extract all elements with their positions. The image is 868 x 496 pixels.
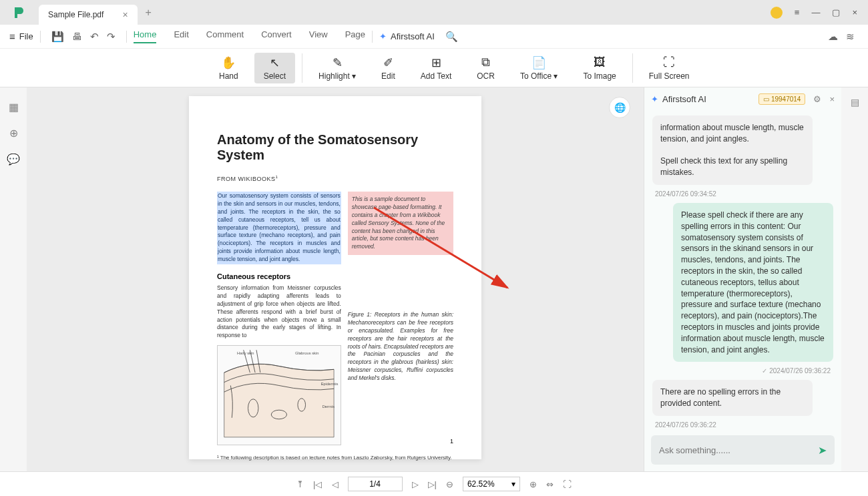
scroll-top-icon[interactable]: ⤒ (296, 479, 304, 489)
first-page-icon[interactable]: |◁ (313, 479, 322, 489)
tab-page[interactable]: Page (345, 29, 365, 43)
user-message: Please spell check if there are any spel… (673, 203, 833, 362)
ai-message: information about muscle length, muscle … (652, 115, 813, 185)
titlebar: Sample File.pdf × + ≡ — ▢ × (0, 0, 868, 25)
to-office-tool[interactable]: 📄To Office ▾ (511, 53, 567, 83)
more-icon[interactable]: ≋ (846, 31, 855, 43)
redo-icon[interactable]: ↷ (107, 31, 116, 43)
save-icon[interactable]: 💾 (51, 31, 64, 43)
ai-panel-title: Afirstsoft AI (662, 94, 706, 104)
figure-caption: Figure 1: Receptors in the human skin: M… (348, 311, 453, 383)
subheading: Cutaneous receptors (217, 272, 453, 280)
footnote: ¹ The following description is based on … (217, 455, 453, 461)
thumbnails-icon[interactable]: ▦ (9, 101, 19, 113)
highlighted-text[interactable]: Our somatosensory system consists of sen… (217, 192, 341, 264)
file-menu[interactable]: ≡File (9, 31, 33, 42)
ai-brand-button[interactable]: ✦Afirstsoft AI (379, 31, 435, 41)
ai-panel-header: ✦ Afirstsoft AI ▭ 19947014 ⚙ × (644, 87, 841, 110)
page-input[interactable] (348, 477, 403, 491)
body-paragraph: Sensory information from Meissner corpus… (217, 284, 341, 340)
svg-text:Epidermis: Epidermis (321, 383, 339, 387)
right-rail: ▤ (841, 87, 868, 471)
timestamp: 2024/07/26 09:36:22 (762, 367, 831, 375)
undo-icon[interactable]: ↶ (90, 31, 99, 43)
toolbar: ✋Hand ↖Select ✎Highlight ▾ ✐Edit ⊞Add Te… (0, 49, 868, 87)
zoom-select[interactable]: 62.52%▾ (463, 477, 520, 491)
hand-tool[interactable]: ✋Hand (210, 53, 248, 83)
tab-home[interactable]: Home (134, 29, 157, 43)
menu-tabs: Home Edit Comment Convert View Page (134, 29, 365, 43)
ai-panel: ✦ Afirstsoft AI ▭ 19947014 ⚙ × informati… (644, 87, 841, 471)
properties-icon[interactable]: ▤ (851, 97, 859, 107)
comments-icon[interactable]: 💬 (7, 153, 20, 166)
svg-text:Glabrous skin: Glabrous skin (295, 351, 318, 355)
zoom-in-icon[interactable]: ⊕ (529, 479, 537, 489)
figure-illustration: Hairy skin Glabrous skin Epidermis Dermi… (217, 345, 341, 445)
app-logo (9, 3, 29, 23)
sparkle-icon: ✦ (651, 94, 658, 104)
ai-message: There are no spelling errors in the prov… (652, 380, 813, 416)
bookmark-icon[interactable]: ⊕ (9, 127, 18, 140)
cloud-icon[interactable]: ☁ (828, 31, 838, 43)
fit-page-icon[interactable]: ⛶ (563, 479, 572, 489)
ai-conversation[interactable]: information about muscle length, muscle … (644, 110, 841, 431)
tab-comment[interactable]: Comment (206, 29, 244, 43)
timestamp: 2024/07/26 09:34:52 (655, 190, 831, 198)
add-text-tool[interactable]: ⊞Add Text (411, 53, 461, 83)
tab-view[interactable]: View (309, 29, 328, 43)
credits-badge[interactable]: ▭ 19947014 (758, 93, 805, 105)
tab-convert[interactable]: Convert (261, 29, 292, 43)
last-page-icon[interactable]: ▷| (428, 479, 437, 489)
select-tool[interactable]: ↖Select (254, 53, 295, 83)
left-rail: ▦ ⊕ 💬 (0, 87, 27, 471)
timestamp: 2024/07/26 09:36:22 (655, 421, 831, 429)
fullscreen-tool[interactable]: ⛶Full Screen (640, 53, 699, 83)
search-icon[interactable]: 🔍 (445, 31, 458, 43)
doc-title: Anatomy of the Somatosensory System (217, 132, 453, 163)
page-number: 1 (450, 438, 453, 445)
edit-tool[interactable]: ✐Edit (372, 53, 405, 83)
ai-text-input[interactable] (659, 445, 818, 455)
maximize-icon[interactable]: ▢ (832, 7, 840, 17)
tab-edit[interactable]: Edit (174, 29, 188, 43)
ocr-tool[interactable]: ⧉OCR (467, 53, 504, 83)
hamburger-icon[interactable]: ≡ (795, 7, 800, 17)
tab-close-icon[interactable]: × (122, 9, 128, 20)
zoom-out-icon[interactable]: ⊖ (446, 479, 453, 489)
svg-text:Hairy skin: Hairy skin (237, 351, 254, 355)
user-avatar[interactable] (771, 7, 783, 19)
doc-source: FROM WIKIBOOKS1 (217, 175, 453, 182)
send-icon[interactable]: ➤ (818, 444, 827, 457)
document-viewport[interactable]: Anatomy of the Somatosensory System FROM… (27, 87, 644, 471)
new-tab-button[interactable]: + (146, 7, 152, 19)
prev-page-icon[interactable]: ◁ (332, 479, 339, 489)
menubar: ≡File 💾 🖶 ↶ ↷ Home Edit Comment Convert … (0, 25, 868, 49)
next-page-icon[interactable]: ▷ (412, 479, 419, 489)
settings-icon[interactable]: ⚙ (813, 94, 821, 104)
close-icon[interactable]: × (852, 7, 857, 17)
fit-width-icon[interactable]: ⇔ (546, 479, 554, 489)
tab-title: Sample File.pdf (48, 10, 103, 19)
note-box: This is a sample document to showcase pa… (348, 192, 453, 255)
ai-input-box[interactable]: ➤ (651, 435, 835, 465)
minimize-icon[interactable]: — (811, 7, 820, 17)
highlight-tool[interactable]: ✎Highlight ▾ (309, 53, 365, 83)
svg-text:Dermis: Dermis (322, 405, 335, 409)
print-icon[interactable]: 🖶 (72, 31, 82, 42)
document-tab[interactable]: Sample File.pdf × (39, 5, 138, 25)
to-image-tool[interactable]: 🖼To Image (574, 53, 625, 83)
pdf-page: Anatomy of the Somatosensory System FROM… (189, 96, 481, 459)
close-panel-icon[interactable]: × (829, 94, 835, 104)
statusbar: ⤒ |◁ ◁ ▷ ▷| ⊖ 62.52%▾ ⊕ ⇔ ⛶ (0, 471, 868, 496)
translate-float-button[interactable]: 🌐 (609, 97, 630, 118)
